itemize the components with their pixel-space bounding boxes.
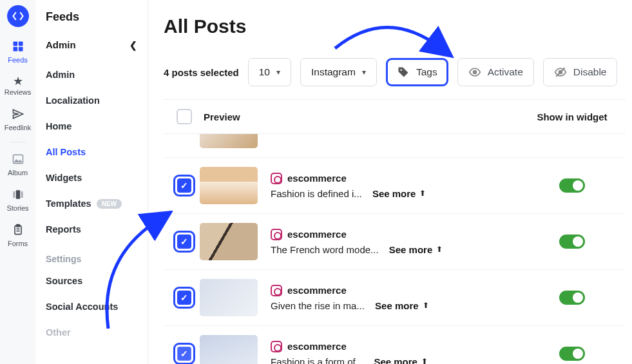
new-badge: NEW (97, 199, 122, 209)
grid-icon (12, 40, 24, 55)
sidebar-title: Feeds (35, 8, 148, 33)
svg-rect-3 (18, 47, 23, 52)
see-more-link[interactable]: See more (389, 244, 433, 255)
rail-item-reviews[interactable]: ★ Reviews (0, 72, 35, 100)
disable-button[interactable]: Disable (543, 58, 618, 86)
rail-item-feedlink[interactable]: Feedlink (0, 104, 35, 135)
table-row: ✓ escommerce Fashion is a form of... See… (164, 326, 626, 364)
svg-rect-6 (13, 191, 15, 198)
sidebar-link-widgets[interactable]: Widgets (35, 165, 148, 191)
eye-off-icon (554, 66, 567, 79)
post-thumbnail[interactable] (200, 223, 258, 260)
bulk-action-toolbar: 4 posts selected 10 ▾ Instagram ▾ Tags A… (164, 58, 626, 86)
post-snippet: The French word mode... (271, 244, 379, 255)
sidebar-link-social-accounts[interactable]: Social Accounts (35, 294, 148, 320)
sidebar-link-home[interactable]: Home (35, 113, 148, 139)
rail-item-album[interactable]: Album (0, 149, 35, 180)
post-username: escommerce (287, 341, 347, 352)
show-in-widget-toggle[interactable] (559, 291, 585, 305)
tags-button[interactable]: Tags (386, 58, 448, 86)
sidebar: Feeds Admin ❮ Admin Localization Home Al… (35, 0, 148, 364)
svg-rect-2 (13, 47, 17, 52)
rail-item-forms[interactable]: Forms (0, 220, 35, 251)
sidebar-link-other[interactable]: Other (35, 320, 148, 345)
table-header: Preview Show in widget (164, 99, 626, 134)
sidebar-link-sources[interactable]: Sources (35, 268, 148, 294)
page-title: All Posts (164, 15, 626, 37)
table-row: ✓ escommerce Fashion is defined i... See… (164, 158, 626, 214)
sidebar-link-reports[interactable]: Reports (35, 216, 148, 242)
svg-point-13 (473, 71, 476, 74)
sidebar-section-settings: Settings (35, 242, 148, 268)
show-in-widget-toggle[interactable] (559, 235, 585, 249)
row-checkbox[interactable]: ✓ (173, 231, 195, 253)
post-thumbnail[interactable] (200, 279, 258, 316)
activate-button[interactable]: Activate (457, 58, 534, 86)
rail-item-stories[interactable]: Stories (0, 184, 35, 216)
svg-point-12 (400, 69, 402, 71)
select-all-checkbox[interactable] (177, 109, 192, 124)
chevron-left-icon: ❮ (129, 40, 137, 50)
sidebar-link-all-posts[interactable]: All Posts (35, 139, 148, 165)
see-more-link[interactable]: See more (374, 356, 417, 365)
post-snippet: Given the rise in ma... (271, 300, 365, 311)
post-thumbnail[interactable] (200, 134, 258, 148)
page-size-select[interactable]: 10 ▾ (248, 58, 291, 86)
svg-rect-7 (21, 191, 23, 198)
sidebar-link-localization[interactable]: Localization (35, 88, 148, 113)
instagram-icon (271, 285, 282, 296)
stories-icon (12, 188, 24, 203)
sidebar-link-templates[interactable]: Templates NEW (35, 191, 148, 216)
show-in-widget-toggle[interactable] (559, 178, 585, 193)
row-checkbox[interactable]: ✓ (173, 175, 195, 196)
row-checkbox[interactable]: ✓ (173, 343, 195, 364)
selected-count: 4 posts selected (164, 67, 239, 78)
post-snippet: Fashion is a form of... (271, 356, 363, 365)
sidebar-group-admin[interactable]: Admin ❮ (35, 33, 148, 62)
col-preview-header: Preview (200, 111, 524, 122)
external-link-icon: ⬈ (419, 356, 430, 364)
external-link-icon: ⬈ (434, 244, 445, 255)
clipboard-icon (12, 224, 24, 238)
star-icon: ★ (13, 75, 23, 87)
source-select[interactable]: Instagram ▾ (300, 58, 377, 86)
svg-rect-0 (13, 42, 17, 46)
main-content: All Posts 4 posts selected 10 ▾ Instagra… (148, 0, 632, 364)
see-more-link[interactable]: See more (375, 300, 419, 311)
col-widget-header: Show in widget (524, 111, 620, 122)
external-link-icon: ⬈ (417, 188, 428, 199)
table-row (164, 134, 626, 158)
instagram-icon (271, 341, 282, 352)
chevron-down-icon: ▾ (362, 68, 366, 77)
svg-rect-1 (18, 42, 23, 46)
row-checkbox[interactable]: ✓ (173, 287, 195, 309)
instagram-icon (271, 173, 282, 184)
see-more-link[interactable]: See more (372, 188, 416, 199)
show-in-widget-toggle[interactable] (559, 347, 585, 361)
svg-rect-9 (16, 225, 19, 227)
app-logo[interactable] (7, 5, 29, 27)
post-thumbnail[interactable] (200, 167, 258, 204)
post-username: escommerce (287, 229, 347, 240)
send-icon (12, 108, 24, 122)
post-username: escommerce (287, 285, 347, 296)
post-snippet: Fashion is defined i... (271, 188, 362, 199)
external-link-icon: ⬈ (420, 300, 431, 311)
post-thumbnail[interactable] (200, 335, 258, 364)
eye-icon (468, 66, 481, 79)
chevron-down-icon: ▾ (276, 68, 280, 77)
image-icon (12, 153, 24, 168)
table-row: ✓ escommerce Given the rise in ma... See… (164, 270, 626, 326)
post-username: escommerce (287, 173, 347, 184)
instagram-icon (271, 229, 282, 240)
svg-rect-5 (15, 190, 20, 198)
sidebar-link-admin[interactable]: Admin (35, 62, 148, 88)
table-row: ✓ escommerce The French word mode... See… (164, 214, 626, 270)
rail-item-feeds[interactable]: Feeds (0, 36, 35, 68)
tag-icon (397, 66, 410, 79)
vertical-nav-rail: Feeds ★ Reviews Feedlink Album Stories (0, 0, 35, 364)
